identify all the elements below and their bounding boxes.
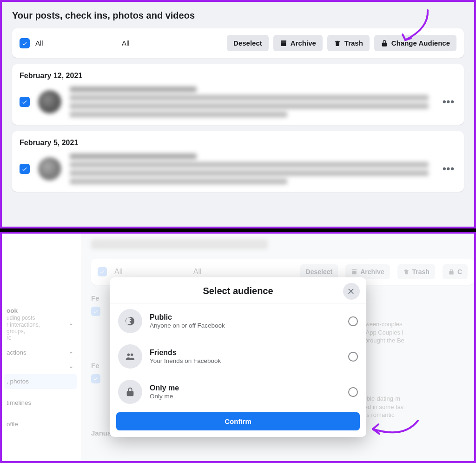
check-icon [93, 376, 99, 382]
option-subtitle: Anyone on or off Facebook [150, 322, 341, 329]
radio-button[interactable] [348, 316, 358, 326]
filter-all-label[interactable]: All [122, 39, 130, 47]
post-content-blurred [70, 87, 432, 117]
confirm-button[interactable]: Confirm [116, 412, 360, 430]
post-date: February 12, 2021 [20, 72, 456, 80]
radio-button[interactable] [348, 387, 358, 397]
avatar [38, 90, 61, 114]
lock-icon [118, 380, 142, 404]
post-checkbox[interactable] [91, 307, 100, 316]
avatar [38, 157, 61, 181]
post-more-button[interactable]: ••• [441, 94, 456, 110]
check-icon [21, 166, 28, 172]
friends-icon [118, 344, 142, 369]
check-icon [93, 309, 99, 314]
annotation-arrow-icon [369, 416, 420, 444]
option-subtitle: Your friends on Facebook [150, 357, 341, 364]
deselect-button[interactable]: Deselect [227, 35, 269, 51]
post-content-blurred [70, 154, 432, 184]
close-icon [347, 287, 356, 295]
post-checkbox[interactable] [20, 164, 30, 174]
sidebar-item-timelines[interactable]: timelines [4, 396, 77, 410]
select-all-label: All [35, 39, 43, 47]
bottom-panel: ook uding posts r interactions, groups, … [0, 232, 476, 463]
change-audience-button[interactable]: C [443, 264, 468, 279]
lock-icon [448, 268, 455, 275]
filter-all-label[interactable]: All [193, 268, 202, 276]
post-card: February 5, 2021 ••• [12, 131, 464, 192]
check-icon [99, 269, 105, 275]
sidebar-item[interactable] [4, 360, 77, 374]
archive-button[interactable]: Archive [273, 35, 323, 51]
select-all-checkbox[interactable] [20, 38, 30, 48]
sidebar-item-photos[interactable]: , photos [4, 374, 77, 389]
option-subtitle: Only me [150, 393, 341, 400]
audience-option-public[interactable]: Public Anyone on or off Facebook [110, 303, 366, 339]
sidebar-item[interactable]: actions [4, 345, 77, 360]
check-icon [21, 40, 28, 47]
trash-icon [403, 268, 410, 275]
archive-icon [280, 40, 287, 47]
post-checkbox[interactable] [91, 374, 100, 383]
post-card: February 12, 2021 ••• [12, 64, 464, 125]
all-label: All [114, 268, 123, 276]
option-title: Public [150, 313, 341, 322]
top-panel: Your posts, check ins, photos and videos… [0, 0, 476, 228]
annotation-arrow-icon [391, 7, 433, 49]
trash-icon [334, 40, 341, 47]
modal-close-button[interactable] [343, 283, 360, 300]
select-all-checkbox[interactable] [98, 267, 107, 276]
archive-icon [351, 268, 357, 275]
radio-button[interactable] [348, 352, 358, 362]
audience-option-only-me[interactable]: Only me Only me [110, 374, 366, 409]
option-title: Only me [150, 384, 341, 392]
divider [0, 228, 476, 232]
sidebar-item-profile[interactable]: ofile [4, 417, 77, 432]
page-title-blurred [91, 239, 268, 249]
option-title: Friends [150, 349, 341, 357]
modal-title: Select audience [110, 286, 366, 296]
trash-button[interactable]: Trash [397, 264, 435, 279]
sidebar-item[interactable]: ook uding posts r interactions, groups, … [4, 303, 77, 345]
post-date: February 5, 2021 [20, 139, 456, 147]
chevron-down-icon [68, 349, 74, 356]
trash-button[interactable]: Trash [327, 35, 370, 51]
post-more-button[interactable]: ••• [441, 161, 456, 177]
lock-icon [381, 40, 388, 47]
select-audience-modal: Select audience Public Anyone on or off … [110, 277, 366, 437]
chevron-up-icon [68, 321, 74, 328]
check-icon [21, 99, 28, 105]
audience-option-friends[interactable]: Friends Your friends on Facebook [110, 339, 366, 374]
globe-icon [118, 309, 142, 333]
left-sidebar: ook uding posts r interactions, groups, … [2, 234, 81, 461]
chevron-up-icon [68, 364, 74, 370]
post-checkbox[interactable] [20, 97, 30, 107]
